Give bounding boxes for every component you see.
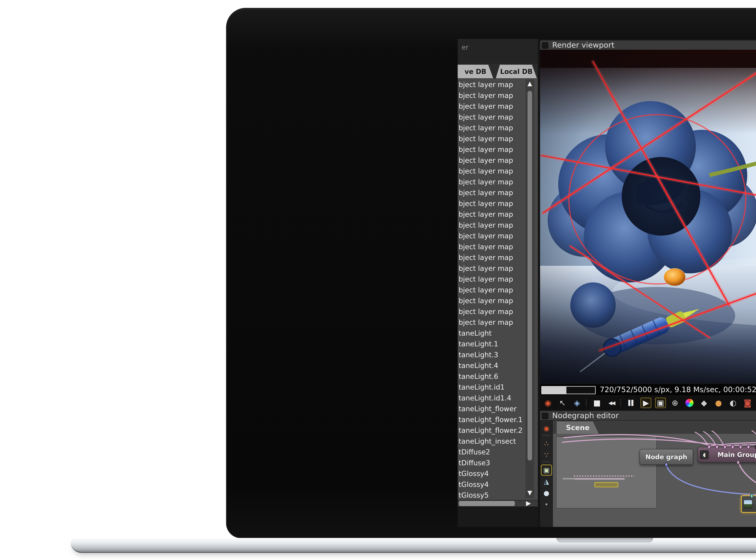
sidebar-item[interactable]: taneLight xyxy=(459,328,491,339)
sidebar-item[interactable]: bject layer map xyxy=(459,252,513,263)
sidebar-item[interactable]: taneLight.6 xyxy=(459,371,498,382)
sidebar-item[interactable]: bject layer map xyxy=(459,123,513,133)
tab-local-db[interactable]: Local DB xyxy=(496,65,537,78)
sidebar-item[interactable]: bject layer map xyxy=(459,144,513,155)
sidebar-item[interactable]: bject layer map xyxy=(459,79,513,90)
white-balance-icon[interactable]: ◆ xyxy=(699,398,710,408)
sidebar-item[interactable]: taneLight_flower xyxy=(459,403,517,414)
node-pin[interactable] xyxy=(723,445,726,449)
sidebar-item[interactable]: bject layer map xyxy=(459,263,513,274)
texture-dot-icon[interactable]: • xyxy=(542,500,551,509)
material-picker-icon[interactable]: ● xyxy=(713,398,724,408)
focus-picker-icon[interactable]: ⊕ xyxy=(670,398,680,408)
sidebar-item[interactable]: bject layer map xyxy=(459,101,513,112)
scroll-right-icon[interactable]: ▶ xyxy=(526,499,531,507)
nodes-view-icon[interactable]: ∴ xyxy=(542,439,551,448)
sidebar-item[interactable]: bject layer map xyxy=(459,231,513,241)
sidebar-item[interactable]: bject layer map xyxy=(459,317,513,327)
sidebar-item[interactable]: bject layer map xyxy=(459,155,513,166)
sidebar-item[interactable]: taneLight.id1 xyxy=(459,382,505,393)
render-status-text: 720/752/5000 s/px, 9.18 Ms/sec, 00:00:52… xyxy=(600,384,756,395)
tab-live-db[interactable]: ve DB xyxy=(458,65,493,78)
clay-mode-icon[interactable]: ◐ xyxy=(728,398,738,408)
panel-checkbox-icon[interactable] xyxy=(542,413,548,419)
render-region-icon[interactable]: ◙ xyxy=(742,398,753,408)
sidebar-item[interactable]: bject layer map xyxy=(459,295,513,306)
sidebar-item[interactable]: bject layer map xyxy=(459,90,513,101)
sidebar-item[interactable]: taneLight.4 xyxy=(459,360,498,371)
play-render-icon[interactable]: ▶ xyxy=(640,398,652,408)
sidebar-item[interactable]: tDiffuse3 xyxy=(459,458,490,468)
horizontal-scroll-thumb[interactable] xyxy=(459,501,515,506)
sidebar-item[interactable]: bject layer map xyxy=(459,274,513,284)
vertical-scroll-thumb[interactable] xyxy=(527,91,532,460)
sidebar-item[interactable]: bject layer map xyxy=(459,198,513,209)
sidebar-item[interactable]: bject layer map xyxy=(459,134,513,144)
sidebar-item[interactable]: taneLight_flower.2 xyxy=(459,425,523,436)
nodegraph-tab-scene[interactable]: Scene xyxy=(557,421,599,434)
sidebar-footer xyxy=(458,506,538,527)
scroll-down-icon[interactable]: ▼ xyxy=(525,489,534,496)
glyph: ● xyxy=(544,489,549,497)
page: er ve DB Local DB bject layer mapbject l… xyxy=(0,0,756,560)
realtime-display-icon[interactable]: ▣ xyxy=(655,398,666,408)
render-toolbar: ◉↖◈■◀◀▌▌▶▣⊕◆●◐◙▤▼▥▨◍≀◰+↻◳ xyxy=(540,396,756,410)
node-pin[interactable] xyxy=(707,445,711,449)
node-pin[interactable] xyxy=(750,494,753,498)
gamut-filter-icon[interactable]: ◈ xyxy=(571,398,582,408)
sidebar-item[interactable]: bject layer map xyxy=(459,220,513,231)
viewport-titlebar: Render viewport xyxy=(540,40,756,50)
sidebar-item[interactable]: taneLight_flower.1 xyxy=(459,414,523,425)
octane-logo-icon[interactable]: ◉ xyxy=(543,398,554,408)
glyph: ◮ xyxy=(544,478,549,485)
scroll-up-icon[interactable]: ▲ xyxy=(525,80,534,87)
glyph: ◈ xyxy=(574,398,580,407)
sidebar-item[interactable]: bject layer map xyxy=(459,177,513,187)
output-pin[interactable] xyxy=(736,460,740,465)
panel-checkbox-icon[interactable] xyxy=(542,42,548,49)
toolbar-separator xyxy=(543,435,550,436)
sidebar-item[interactable]: bject layer map xyxy=(459,241,513,252)
node-main-group[interactable]: ◖ Main Group xyxy=(698,447,756,462)
glyph: ◙ xyxy=(744,398,751,407)
render-progressbar xyxy=(541,386,596,394)
sidebar-item[interactable]: bject layer map xyxy=(459,166,513,176)
material-preview-icon[interactable]: ◮ xyxy=(542,477,551,486)
sidebar-item[interactable]: taneLight.3 xyxy=(459,349,498,360)
sidebar-item[interactable]: bject layer map xyxy=(459,209,513,220)
pan-view-icon[interactable]: ↖ xyxy=(557,398,568,408)
glyph: ▶ xyxy=(643,398,649,407)
sidebar-item[interactable]: tGlossy5 xyxy=(459,490,489,500)
nodegraph-canvas[interactable]: Node graph ◖ Main Group ▧ Path tracing k… xyxy=(553,421,756,527)
sidebar-item[interactable]: taneLight.id1.4 xyxy=(459,393,511,403)
octane-logo-icon[interactable]: ◉ xyxy=(542,423,551,433)
node-pin[interactable] xyxy=(747,445,750,449)
node-node-graph[interactable]: Node graph xyxy=(640,449,693,465)
stop-render-icon[interactable]: ■ xyxy=(592,398,602,408)
pause-render-icon[interactable]: ▌▌ xyxy=(626,398,637,408)
node-pin[interactable] xyxy=(739,445,742,449)
glyph: ■ xyxy=(593,398,601,407)
nodegraph-toolbar: ◉∴∵▣◮●• xyxy=(540,421,553,527)
output-pin[interactable] xyxy=(665,462,668,467)
sidebar-item[interactable]: taneLight.1 xyxy=(459,339,498,349)
sidebar-item[interactable]: tGlossy4 xyxy=(459,468,489,479)
sidebar-item[interactable]: bject layer map xyxy=(459,285,513,295)
color-wheel-icon[interactable] xyxy=(684,398,695,408)
sidebar-item[interactable]: bject layer map xyxy=(459,112,513,122)
node-pin[interactable] xyxy=(731,445,734,449)
sidebar-item[interactable]: bject layer map xyxy=(459,187,513,198)
restart-render-icon[interactable]: ◀◀ xyxy=(606,398,617,408)
sphere-preview-icon[interactable]: ● xyxy=(542,488,551,498)
image-preview-icon[interactable]: ▣ xyxy=(542,465,551,475)
sidebar-item[interactable]: tDiffuse2 xyxy=(459,447,490,457)
node-pin[interactable] xyxy=(715,445,719,449)
sidebar-item[interactable]: tGlossy4 xyxy=(459,479,489,490)
render-statusbar: 720/752/5000 s/px, 9.18 Ms/sec, 00:00:52… xyxy=(540,384,756,395)
node-render-target[interactable]: Render target xyxy=(741,495,756,513)
sidebar-item[interactable]: taneLight_insect xyxy=(459,436,516,446)
sidebar-item[interactable]: bject layer map xyxy=(459,306,513,317)
laptop-base xyxy=(71,538,756,553)
window-title-fragment: er xyxy=(462,43,468,51)
nodes-group-icon[interactable]: ∵ xyxy=(542,450,551,460)
